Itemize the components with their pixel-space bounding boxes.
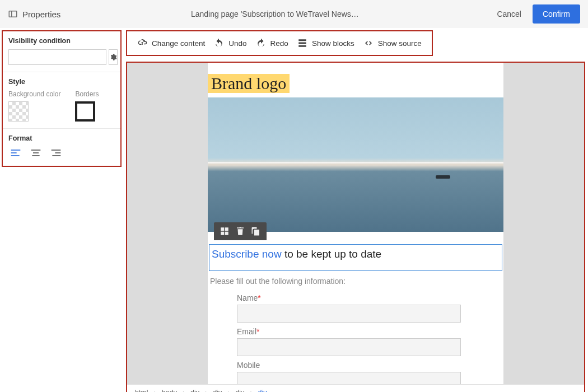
email-label: Email* xyxy=(237,327,503,336)
svg-rect-0 xyxy=(9,11,17,17)
bg-color-swatch[interactable] xyxy=(8,101,29,122)
page-title: Landing page 'Subscription to WeTravel N… xyxy=(60,10,489,18)
required-asterisk: * xyxy=(256,327,259,336)
svg-rect-15 xyxy=(225,227,228,231)
crumb-div-1[interactable]: div xyxy=(190,389,199,393)
required-asterisk: * xyxy=(258,293,260,302)
headline: Subscribe now to be kept up to date xyxy=(212,248,500,260)
mobile-label: Mobile xyxy=(237,361,503,370)
gear-icon xyxy=(109,53,117,61)
form-intro: Please fill out the following informatio… xyxy=(210,277,501,286)
visibility-input[interactable] xyxy=(8,49,106,65)
email-input[interactable] xyxy=(237,338,461,356)
headline-rest: to be kept up to date xyxy=(282,248,382,260)
properties-panel: Visibility condition Style Background co… xyxy=(2,30,122,167)
svg-rect-17 xyxy=(225,232,228,235)
crumb-html[interactable]: html xyxy=(135,389,148,393)
cloud-upload-icon xyxy=(137,38,147,48)
crumb-div-3[interactable]: div xyxy=(235,389,244,393)
align-left-button[interactable] xyxy=(8,147,23,159)
align-right-icon xyxy=(50,148,62,157)
style-title: Style xyxy=(8,78,115,86)
canvas-viewport[interactable]: Brand logo Subscribe now to be kept up t… xyxy=(127,63,584,384)
visibility-title: Visibility condition xyxy=(8,37,115,45)
blocks-icon xyxy=(297,38,307,48)
breadcrumb: html› body› div› div› div› div xyxy=(127,384,584,392)
editor-canvas: Brand logo Subscribe now to be kept up t… xyxy=(126,62,585,392)
svg-rect-18 xyxy=(254,230,259,236)
align-left-icon xyxy=(10,148,21,157)
duplicate-icon xyxy=(251,226,261,236)
svg-rect-13 xyxy=(298,45,306,47)
mobile-input[interactable] xyxy=(237,372,461,384)
code-icon xyxy=(363,38,374,48)
redo-icon xyxy=(256,38,266,48)
svg-rect-11 xyxy=(298,39,306,41)
visibility-section: Visibility condition xyxy=(3,31,120,72)
redo-button[interactable]: Redo xyxy=(256,38,288,48)
format-title: Format xyxy=(8,134,115,142)
borders-label: Borders xyxy=(75,90,99,98)
align-right-button[interactable] xyxy=(49,147,63,159)
style-section: Style Background color Borders xyxy=(3,72,120,129)
undo-icon xyxy=(214,38,224,48)
selected-text-block[interactable]: Subscribe now to be kept up to date xyxy=(209,244,502,271)
confirm-button[interactable]: Confirm xyxy=(533,4,580,24)
crumb-div-2[interactable]: div xyxy=(213,389,222,393)
show-source-button[interactable]: Show source xyxy=(363,38,422,48)
select-parent-button[interactable] xyxy=(220,226,230,236)
header-actions: Cancel Confirm xyxy=(489,4,580,24)
bg-color-label: Background color xyxy=(8,90,60,98)
svg-rect-14 xyxy=(221,227,224,231)
borders-swatch[interactable] xyxy=(75,101,95,122)
properties-sidebar: Visibility condition Style Background co… xyxy=(0,28,123,392)
duplicate-block-button[interactable] xyxy=(251,226,261,236)
grid-icon xyxy=(220,226,230,236)
trash-icon xyxy=(235,226,245,236)
panel-icon xyxy=(8,9,18,19)
crumb-div-4[interactable]: div xyxy=(258,389,267,393)
undo-button[interactable]: Undo xyxy=(214,38,246,48)
editor-toolbar: Change content Undo Redo Show blocks Sho… xyxy=(126,30,433,56)
align-center-icon xyxy=(30,148,41,157)
align-center-button[interactable] xyxy=(29,147,43,159)
hero-image[interactable] xyxy=(208,97,503,232)
cancel-button[interactable]: Cancel xyxy=(489,5,529,23)
headline-link[interactable]: Subscribe now xyxy=(212,248,282,260)
brand-logo[interactable]: Brand logo xyxy=(208,74,290,93)
selection-toolbar xyxy=(214,222,267,240)
app-header: Properties Landing page 'Subscription to… xyxy=(0,0,588,28)
format-section: Format xyxy=(3,129,120,166)
show-blocks-button[interactable]: Show blocks xyxy=(297,38,354,48)
svg-rect-16 xyxy=(221,232,224,235)
name-input[interactable] xyxy=(237,305,461,323)
delete-block-button[interactable] xyxy=(235,226,245,236)
header-left: Properties xyxy=(8,9,60,19)
svg-rect-12 xyxy=(298,43,306,44)
visibility-settings-button[interactable] xyxy=(109,49,118,65)
crumb-body[interactable]: body xyxy=(162,389,177,393)
panel-title: Properties xyxy=(22,10,60,19)
name-label: Name* xyxy=(237,293,503,302)
change-content-button[interactable]: Change content xyxy=(137,38,205,48)
